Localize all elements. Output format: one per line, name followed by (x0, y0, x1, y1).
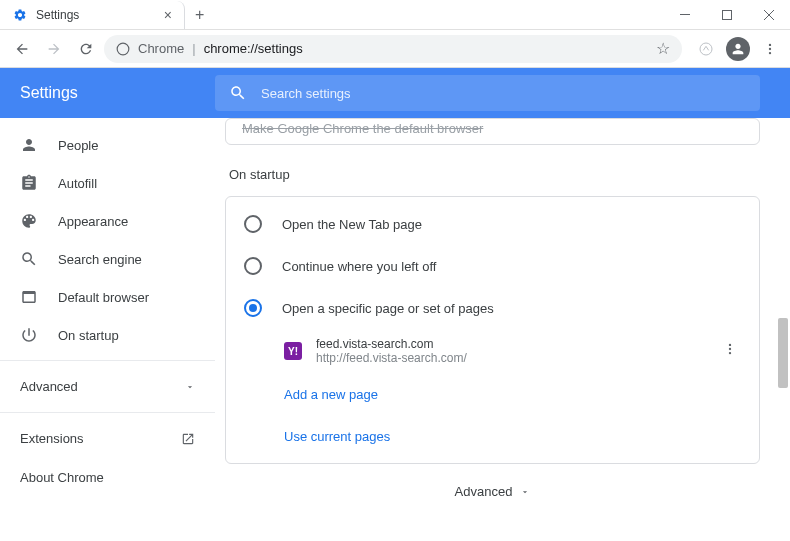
tab-title: Settings (36, 8, 156, 22)
person-icon (20, 136, 38, 154)
add-page-link[interactable]: Add a new page (284, 387, 378, 402)
sidebar-item-on-startup[interactable]: On startup (0, 316, 215, 354)
browser-tab[interactable]: Settings × (0, 1, 185, 29)
add-page-row: Add a new page (226, 373, 759, 415)
use-current-link[interactable]: Use current pages (284, 429, 390, 444)
radio-icon (244, 299, 262, 317)
more-icon[interactable] (719, 338, 741, 364)
forward-button[interactable] (40, 35, 68, 63)
content-area: Make Google Chrome the default browser O… (215, 118, 790, 541)
sidebar-advanced[interactable]: Advanced (0, 367, 215, 406)
startup-page-entry: Y! feed.vista-search.com http://feed.vis… (226, 329, 759, 373)
svg-point-11 (729, 352, 731, 354)
radio-label: Continue where you left off (282, 259, 436, 274)
sidebar-item-label: On startup (58, 328, 119, 343)
maximize-button[interactable] (706, 0, 748, 30)
chevron-down-icon (520, 487, 530, 497)
sidebar-item-people[interactable]: People (0, 126, 215, 164)
url-origin: Chrome (138, 41, 184, 56)
back-button[interactable] (8, 35, 36, 63)
svg-rect-1 (723, 10, 732, 19)
sidebar-item-label: Advanced (20, 379, 78, 394)
radio-icon (244, 215, 262, 233)
sidebar-item-label: Autofill (58, 176, 97, 191)
search-icon (229, 84, 247, 102)
sidebar: People Autofill Appearance Search engine… (0, 118, 215, 541)
search-settings-box[interactable] (215, 75, 760, 111)
sidebar-item-label: Appearance (58, 214, 128, 229)
sidebar-item-appearance[interactable]: Appearance (0, 202, 215, 240)
section-title: On startup (229, 167, 760, 182)
open-external-icon (181, 432, 195, 446)
sidebar-item-search-engine[interactable]: Search engine (0, 240, 215, 278)
browser-icon (20, 288, 38, 306)
radio-continue[interactable]: Continue where you left off (226, 245, 759, 287)
radio-new-tab[interactable]: Open the New Tab page (226, 203, 759, 245)
radio-specific-pages[interactable]: Open a specific page or set of pages (226, 287, 759, 329)
clipboard-icon (20, 174, 38, 192)
page-entry-title: feed.vista-search.com (316, 337, 705, 351)
close-window-button[interactable] (748, 0, 790, 30)
url-path: chrome://settings (204, 41, 303, 56)
svg-point-10 (729, 348, 731, 350)
window-titlebar: Settings × + (0, 0, 790, 30)
chrome-icon (116, 42, 130, 56)
new-tab-button[interactable]: + (185, 6, 214, 24)
svg-rect-0 (680, 14, 690, 15)
svg-point-9 (729, 344, 731, 346)
svg-point-5 (700, 43, 712, 55)
scrollbar[interactable] (778, 118, 788, 418)
settings-header: Settings (0, 68, 790, 118)
svg-point-8 (769, 51, 771, 53)
svg-point-6 (769, 43, 771, 45)
sidebar-about[interactable]: About Chrome (0, 458, 215, 497)
minimize-button[interactable] (664, 0, 706, 30)
url-field[interactable]: Chrome | chrome://settings ☆ (104, 35, 682, 63)
chevron-down-icon (185, 382, 195, 392)
sidebar-item-label: People (58, 138, 98, 153)
power-icon (20, 326, 38, 344)
close-icon[interactable]: × (164, 7, 172, 23)
sidebar-item-label: About Chrome (20, 470, 104, 485)
extension-icon[interactable] (694, 37, 718, 61)
radio-label: Open a specific page or set of pages (282, 301, 494, 316)
radio-label: Open the New Tab page (282, 217, 422, 232)
favicon: Y! (284, 342, 302, 360)
star-icon[interactable]: ☆ (656, 39, 670, 58)
search-icon (20, 250, 38, 268)
menu-icon[interactable] (758, 37, 782, 61)
sidebar-item-autofill[interactable]: Autofill (0, 164, 215, 202)
sidebar-item-label: Extensions (20, 431, 84, 446)
gear-icon (12, 7, 28, 23)
address-bar: Chrome | chrome://settings ☆ (0, 30, 790, 68)
search-input[interactable] (261, 86, 746, 101)
advanced-toggle[interactable]: Advanced (225, 464, 760, 509)
startup-card: Open the New Tab page Continue where you… (225, 196, 760, 464)
sidebar-item-default-browser[interactable]: Default browser (0, 278, 215, 316)
sidebar-extensions[interactable]: Extensions (0, 419, 215, 458)
page-entry-url: http://feed.vista-search.com/ (316, 351, 705, 365)
reload-button[interactable] (72, 35, 100, 63)
page-title: Settings (20, 84, 195, 102)
svg-point-7 (769, 47, 771, 49)
radio-icon (244, 257, 262, 275)
window-controls (664, 0, 790, 30)
use-current-row: Use current pages (226, 415, 759, 457)
scroll-thumb[interactable] (778, 318, 788, 388)
profile-avatar[interactable] (726, 37, 750, 61)
sidebar-item-label: Default browser (58, 290, 149, 305)
palette-icon (20, 212, 38, 230)
sidebar-item-label: Search engine (58, 252, 142, 267)
default-browser-card-peek: Make Google Chrome the default browser (225, 118, 760, 145)
svg-point-4 (117, 43, 129, 55)
